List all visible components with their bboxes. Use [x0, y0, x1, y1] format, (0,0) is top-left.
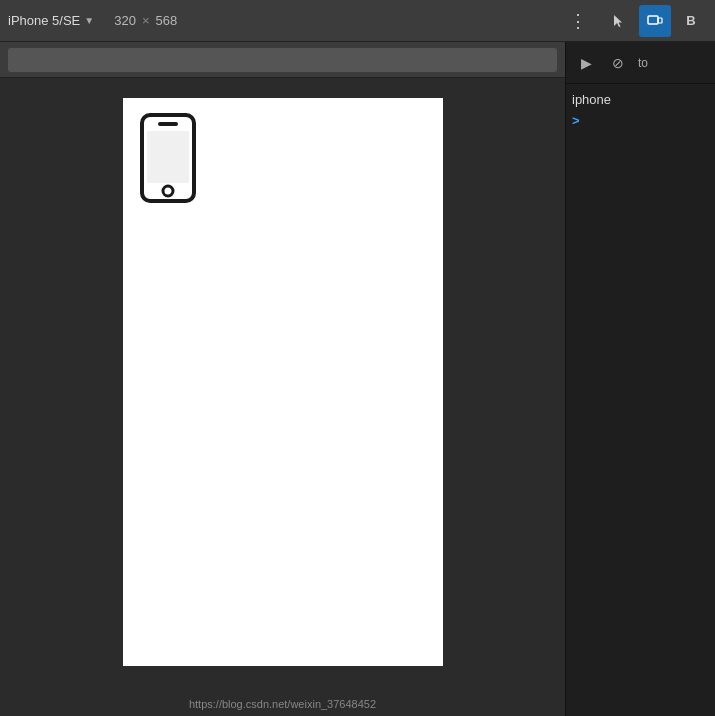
dropdown-arrow-icon: ▼ — [84, 15, 94, 26]
cursor-tool-button[interactable] — [603, 5, 635, 37]
device-name: iPhone 5/SE — [8, 13, 80, 28]
address-bar-row — [0, 42, 565, 78]
device-frame-area — [0, 78, 565, 692]
right-panel-block-button[interactable]: ⊘ — [604, 49, 632, 77]
svg-point-4 — [163, 186, 173, 196]
top-toolbar: iPhone 5/SE ▼ 320 × 568 ⋮ B — [0, 0, 715, 42]
height-value: 568 — [155, 13, 177, 28]
device-frame — [123, 98, 443, 666]
status-url: https://blog.csdn.net/weixin_37648452 — [189, 698, 376, 710]
status-bar: https://blog.csdn.net/weixin_37648452 — [0, 692, 565, 716]
device-selector[interactable]: iPhone 5/SE ▼ — [8, 13, 94, 28]
width-value: 320 — [114, 13, 136, 28]
main-area: https://blog.csdn.net/weixin_37648452 ▶ … — [0, 42, 715, 716]
left-panel: https://blog.csdn.net/weixin_37648452 — [0, 42, 565, 716]
right-panel-play-button[interactable]: ▶ — [572, 49, 600, 77]
svg-rect-0 — [648, 16, 658, 24]
right-panel-label: to — [638, 56, 648, 70]
toolbar-icons-group: B — [603, 5, 707, 37]
right-panel-iphone-label: iphone — [572, 92, 611, 107]
svg-rect-1 — [658, 18, 662, 23]
dimension-separator: × — [142, 13, 150, 28]
right-panel-iphone-item[interactable]: iphone — [572, 92, 709, 107]
right-panel-content: iphone > — [566, 84, 715, 136]
right-panel-tree-item[interactable]: > — [572, 113, 709, 128]
more-options-button[interactable]: ⋮ — [563, 10, 595, 32]
address-bar[interactable] — [8, 48, 557, 72]
extra-tool-button[interactable]: B — [675, 5, 707, 37]
right-panel: ▶ ⊘ to iphone > — [565, 42, 715, 716]
phone-icon — [138, 113, 198, 207]
svg-rect-5 — [147, 131, 189, 183]
svg-rect-3 — [158, 122, 178, 126]
dimensions-display: 320 × 568 — [114, 13, 177, 28]
right-panel-toolbar: ▶ ⊘ to — [566, 42, 715, 84]
responsive-tool-button[interactable] — [639, 5, 671, 37]
tree-chevron-icon: > — [572, 113, 580, 128]
